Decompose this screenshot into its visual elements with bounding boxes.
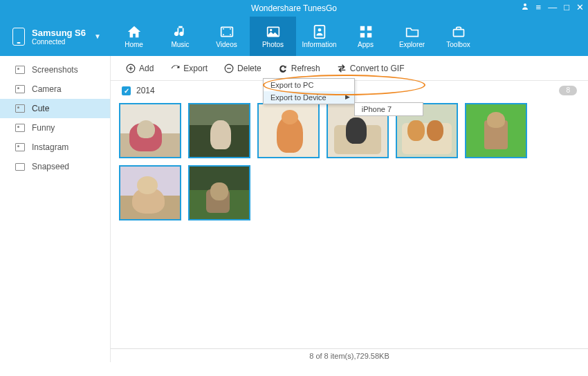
window-controls: ≡ — □ ✕ — [521, 2, 584, 12]
export-device-option[interactable]: iPhone 7 — [355, 103, 423, 115]
refresh-icon — [278, 64, 288, 73]
svg-point-7 — [270, 29, 272, 31]
svg-rect-2 — [223, 28, 224, 30]
delete-icon — [224, 64, 234, 73]
sidebar: Screenshots Camera Cute Funny Instagram … — [0, 56, 111, 362]
content: Screenshots Camera Cute Funny Instagram … — [0, 56, 588, 362]
main-nav: Home Music Videos Photos Information App… — [111, 17, 588, 56]
camera-icon — [15, 85, 25, 93]
svg-point-0 — [524, 3, 526, 6]
photo-thumbnail[interactable] — [119, 165, 181, 220]
status-text: 8 of 8 item(s),729.58KB — [309, 352, 389, 360]
sidebar-item-screenshots[interactable]: Screenshots — [0, 60, 110, 79]
nav-explorer[interactable]: Explorer — [389, 17, 435, 56]
nav-information[interactable]: Information — [296, 17, 342, 56]
folder-icon — [15, 163, 25, 171]
sidebar-item-instagram[interactable]: Instagram — [0, 138, 110, 157]
nav-toolbox[interactable]: Toolbox — [435, 17, 481, 56]
svg-rect-8 — [314, 26, 324, 38]
photo-thumbnail[interactable] — [465, 103, 527, 158]
header: Samsung S6 Connected ▼ Home Music Videos… — [0, 17, 588, 56]
device-status: Connected — [32, 38, 86, 46]
photo-thumbnail[interactable] — [119, 103, 181, 158]
plus-icon — [126, 64, 136, 73]
photo-thumbnail[interactable] — [188, 165, 250, 220]
album-icon — [15, 143, 25, 151]
svg-rect-3 — [223, 34, 224, 35]
export-device-submenu: iPhone 7 — [354, 102, 423, 116]
svg-rect-10 — [360, 26, 364, 30]
export-to-device[interactable]: Export to Device ▶ iPhone 7 — [264, 91, 354, 104]
svg-rect-11 — [367, 26, 371, 30]
toolbar: Add Export Delete Refresh Convert to GIF… — [111, 56, 588, 81]
menu-icon[interactable]: ≡ — [536, 2, 542, 12]
contacts-icon — [311, 24, 329, 39]
refresh-button[interactable]: Refresh — [271, 61, 327, 76]
sidebar-item-cute[interactable]: Cute — [0, 99, 110, 118]
submenu-arrow-icon: ▶ — [345, 93, 350, 100]
delete-button[interactable]: Delete — [217, 61, 268, 76]
export-button[interactable]: Export — [163, 61, 214, 76]
sidebar-item-camera[interactable]: Camera — [0, 79, 110, 99]
photo-icon — [264, 24, 282, 39]
device-name: Samsung S6 — [32, 28, 86, 38]
export-to-pc[interactable]: Export to PC — [264, 79, 354, 91]
album-icon — [15, 104, 25, 113]
user-icon[interactable] — [521, 2, 529, 12]
apps-icon — [357, 24, 375, 39]
nav-videos[interactable]: Videos — [203, 17, 250, 56]
maximize-button[interactable]: □ — [564, 2, 569, 12]
nav-photos[interactable]: Photos — [250, 17, 296, 56]
video-icon — [218, 24, 236, 39]
toolbox-icon — [450, 24, 468, 39]
nav-apps[interactable]: Apps — [342, 17, 389, 56]
home-icon — [125, 24, 143, 39]
camera-icon — [15, 66, 25, 74]
nav-music[interactable]: Music — [157, 17, 203, 56]
chevron-down-icon: ▼ — [94, 32, 101, 40]
svg-rect-13 — [367, 33, 371, 37]
folder-icon — [403, 24, 421, 39]
svg-rect-12 — [360, 33, 364, 37]
add-button[interactable]: Add — [119, 61, 160, 76]
svg-rect-14 — [453, 30, 463, 37]
svg-point-9 — [318, 28, 321, 32]
export-icon — [170, 64, 180, 73]
year-checkbox[interactable] — [122, 86, 131, 95]
minimize-button[interactable]: — — [548, 2, 557, 12]
year-label: 2014 — [136, 86, 155, 95]
photo-thumbnail[interactable] — [188, 103, 250, 158]
photo-thumbnail[interactable] — [257, 103, 320, 158]
convert-gif-button[interactable]: Convert to GIF — [330, 61, 412, 76]
nav-home[interactable]: Home — [111, 17, 157, 56]
convert-icon — [337, 64, 347, 73]
app-title: Wondershare TunesGo — [251, 3, 337, 13]
main-panel: Add Export Delete Refresh Convert to GIF… — [111, 56, 588, 362]
sidebar-item-funny[interactable]: Funny — [0, 118, 110, 138]
export-menu: Export to PC Export to Device ▶ iPhone 7 — [263, 78, 355, 104]
music-icon — [172, 24, 190, 39]
count-badge: 8 — [559, 86, 577, 95]
svg-rect-4 — [230, 28, 231, 30]
phone-icon — [12, 28, 25, 46]
album-icon — [15, 124, 25, 132]
svg-rect-5 — [230, 34, 231, 35]
status-bar: 8 of 8 item(s),729.58KB — [111, 348, 588, 362]
device-selector[interactable]: Samsung S6 Connected ▼ — [0, 28, 111, 46]
svg-rect-1 — [221, 27, 232, 36]
photo-grid — [111, 100, 588, 348]
sidebar-item-snapseed[interactable]: Snapseed — [0, 157, 110, 176]
title-bar: Wondershare TunesGo ≡ — □ ✕ — [0, 0, 588, 17]
close-button[interactable]: ✕ — [576, 2, 584, 12]
